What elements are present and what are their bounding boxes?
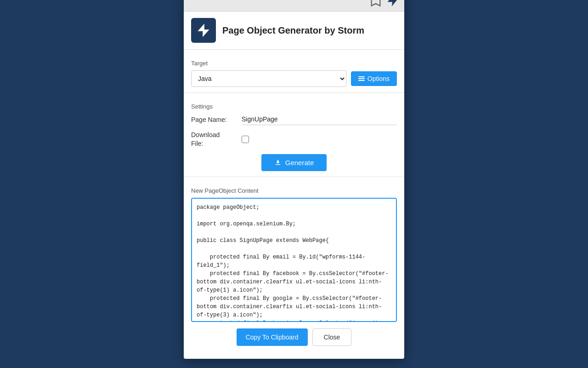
page-name-row: Page Name: — [191, 114, 397, 125]
close-button[interactable]: Close — [312, 328, 352, 346]
download-checkbox[interactable] — [242, 136, 249, 143]
page-name-input[interactable] — [242, 114, 397, 125]
download-row: DownloadFile: — [191, 131, 397, 147]
page-name-label: Page Name: — [191, 116, 242, 123]
code-textarea[interactable]: package pageObject; import org.openqa.se… — [191, 198, 397, 322]
download-icon — [274, 159, 282, 166]
target-select[interactable]: Java Python Ruby C# JavaScript — [191, 70, 346, 87]
app-header: Page Object Generator by Storm — [184, 12, 404, 50]
settings-label: Settings — [191, 103, 397, 110]
options-button[interactable]: Options — [351, 71, 397, 86]
options-button-label: Options — [368, 75, 390, 82]
browser-chrome — [184, 0, 404, 12]
svg-marker-1 — [198, 24, 209, 37]
copy-to-clipboard-button[interactable]: Copy To Clipboard — [237, 328, 308, 346]
menu-icon — [358, 76, 365, 81]
download-label: DownloadFile: — [191, 131, 242, 147]
app-title: Page Object Generator by Storm — [222, 25, 364, 36]
generate-button[interactable]: Generate — [261, 154, 327, 171]
download-checkbox-wrapper — [242, 136, 249, 143]
generate-button-label: Generate — [285, 159, 314, 167]
target-label: Target — [191, 60, 397, 67]
target-section: Target Java Python Ruby C# JavaScript Op… — [191, 50, 397, 92]
content-area: Target Java Python Ruby C# JavaScript Op… — [184, 50, 404, 358]
popup-container: Page Object Generator by Storm Target Ja… — [184, 0, 404, 359]
generate-btn-row: Generate — [191, 154, 397, 171]
target-row: Java Python Ruby C# JavaScript Options — [191, 70, 397, 87]
extension-icon[interactable] — [386, 0, 399, 7]
settings-section: Settings Page Name: DownloadFile: Genera… — [191, 93, 397, 176]
bookmark-icon[interactable] — [369, 0, 382, 7]
app-logo — [191, 18, 216, 43]
pageobject-label: New PageObject Content — [191, 187, 397, 194]
svg-rect-2 — [275, 164, 280, 165]
bottom-buttons: Copy To Clipboard Close — [191, 328, 397, 346]
pageobject-section: New PageObject Content package pageObjec… — [191, 177, 397, 351]
svg-marker-0 — [388, 0, 397, 6]
